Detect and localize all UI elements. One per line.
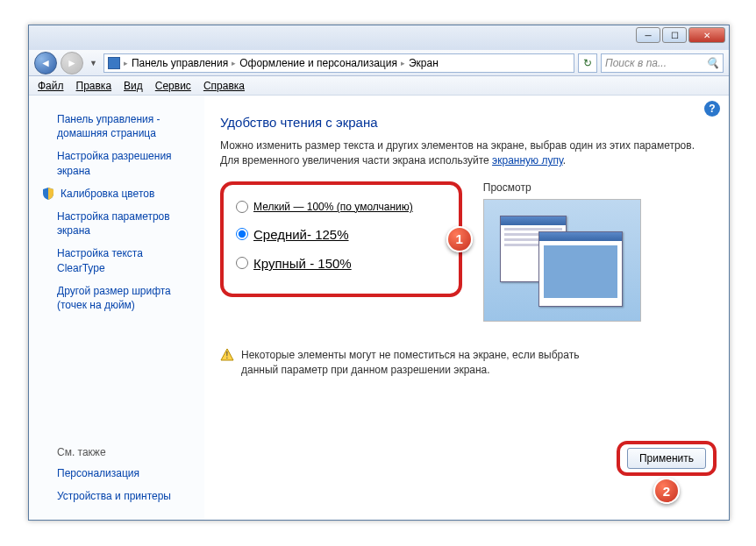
breadcrumb-control-panel[interactable]: Панель управления xyxy=(132,57,228,69)
radio-large[interactable]: Крупный - 150% xyxy=(236,256,413,271)
sidebar-seealso: См. также xyxy=(57,446,190,458)
apply-callout: Применить 2 xyxy=(617,441,717,476)
sidebar-calibrate[interactable]: Калибровка цветов xyxy=(41,187,190,201)
help-icon[interactable]: ? xyxy=(704,101,720,117)
preview-section: Просмотр xyxy=(483,181,641,322)
options-row: Мелкий — 100% (по умолчанию) Средний- 12… xyxy=(220,181,713,322)
refresh-button[interactable]: ↻ xyxy=(578,53,597,73)
preview-image xyxy=(483,199,641,322)
radio-large-input[interactable] xyxy=(236,257,248,269)
radio-medium-label: Средний- 125% xyxy=(253,227,349,242)
breadcrumb-appearance[interactable]: Оформление и персонализация xyxy=(239,57,397,69)
address-bar: ◄ ► ▼ ▸ Панель управления ▸ Оформление и… xyxy=(29,50,729,76)
forward-button[interactable]: ► xyxy=(61,52,83,74)
history-dropdown-icon[interactable]: ▼ xyxy=(87,59,100,67)
menu-help[interactable]: Справка xyxy=(203,80,245,92)
desc-text: Можно изменить размер текста и других эл… xyxy=(220,139,695,167)
sidebar-home[interactable]: Панель управления - домашняя страница xyxy=(57,112,190,140)
search-icon: 🔍 xyxy=(706,57,719,69)
callout-badge-1: 1 xyxy=(446,226,473,252)
page-title: Удобство чтения с экрана xyxy=(220,115,713,130)
radio-medium-input[interactable] xyxy=(236,228,248,240)
menu-file[interactable]: Файл xyxy=(38,80,64,92)
apply-button[interactable]: Применить xyxy=(627,448,706,469)
sidebar-devices[interactable]: Устройства и принтеры xyxy=(57,489,190,503)
sidebar-resolution[interactable]: Настройка разрешения экрана xyxy=(57,149,190,177)
warning-icon: ! xyxy=(220,348,234,362)
maximize-button[interactable]: ☐ xyxy=(662,27,687,43)
breadcrumb-sep: ▸ xyxy=(232,59,236,67)
radio-small[interactable]: Мелкий — 100% (по умолчанию) xyxy=(236,201,413,213)
breadcrumb-sep: ▸ xyxy=(124,59,128,67)
radio-small-label: Мелкий — 100% (по умолчанию) xyxy=(253,201,413,213)
shield-icon xyxy=(41,187,55,201)
search-placeholder: Поиск в па... xyxy=(605,57,667,69)
warning-text: Некоторые элементы могут не поместиться … xyxy=(241,348,610,378)
menu-tools[interactable]: Сервис xyxy=(155,80,191,92)
dpi-options-callout: Мелкий — 100% (по умолчанию) Средний- 12… xyxy=(220,181,462,297)
address-box[interactable]: ▸ Панель управления ▸ Оформление и персо… xyxy=(103,53,574,73)
window: ─ ☐ ✕ ◄ ► ▼ ▸ Панель управления ▸ Оформл… xyxy=(28,25,730,521)
radio-medium[interactable]: Средний- 125% xyxy=(236,227,413,242)
menu-view[interactable]: Вид xyxy=(124,80,143,92)
back-button[interactable]: ◄ xyxy=(34,52,57,74)
breadcrumb-display[interactable]: Экран xyxy=(409,57,439,69)
sidebar-calibrate-label: Калибровка цветов xyxy=(61,187,154,201)
sidebar-cleartype[interactable]: Настройка текста ClearType xyxy=(57,246,190,274)
sidebar: Панель управления - домашняя страница На… xyxy=(29,96,204,520)
control-panel-icon xyxy=(108,57,120,69)
sidebar-adjust[interactable]: Настройка параметров экрана xyxy=(57,209,190,238)
menubar: Файл Правка Вид Сервис Справка xyxy=(29,76,729,96)
page-description: Можно изменить размер текста и других эл… xyxy=(220,138,713,169)
menu-edit[interactable]: Правка xyxy=(76,80,112,92)
magnifier-link[interactable]: экранную лупу xyxy=(492,154,563,167)
callout-badge-2: 2 xyxy=(653,478,680,504)
svg-text:!: ! xyxy=(226,351,229,360)
preview-label: Просмотр xyxy=(483,181,641,194)
radio-small-input[interactable] xyxy=(236,201,248,213)
content: Панель управления - домашняя страница На… xyxy=(29,96,729,520)
sidebar-fontsize[interactable]: Другой размер шрифта (точек на дюйм) xyxy=(57,284,190,312)
window-buttons: ─ ☐ ✕ xyxy=(636,27,725,43)
close-button[interactable]: ✕ xyxy=(688,27,725,43)
warning-row: ! Некоторые элементы могут не поместитьс… xyxy=(220,348,713,378)
minimize-button[interactable]: ─ xyxy=(636,27,660,43)
main-panel: ? Удобство чтения с экрана Можно изменит… xyxy=(204,96,729,520)
titlebar[interactable]: ─ ☐ ✕ xyxy=(29,25,729,50)
sidebar-personalization[interactable]: Персонализация xyxy=(57,466,190,480)
radio-large-label: Крупный - 150% xyxy=(253,256,352,271)
breadcrumb-sep: ▸ xyxy=(401,59,405,67)
search-input[interactable]: Поиск в па... 🔍 xyxy=(601,53,724,73)
